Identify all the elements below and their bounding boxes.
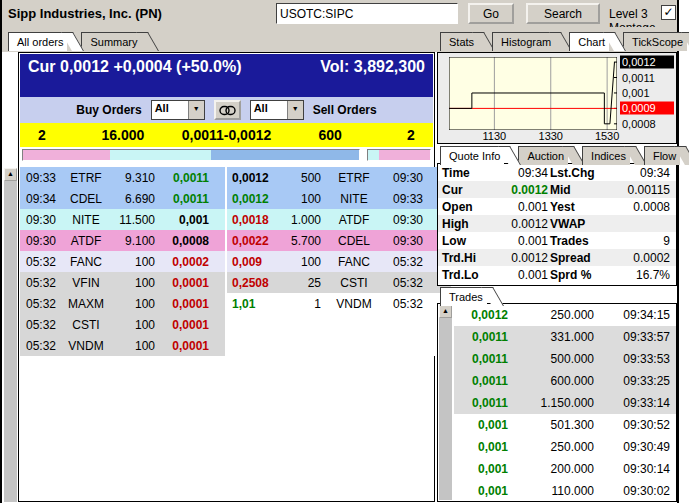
sell-orders-label: Sell Orders xyxy=(313,103,377,117)
tab-chart-label: TickScope xyxy=(632,36,683,48)
bid-price: 0,0001 xyxy=(163,318,225,332)
search-button[interactable]: Search xyxy=(526,3,600,24)
trade-size: 500.000 xyxy=(508,352,594,366)
chevron-down-icon[interactable]: ▼ xyxy=(287,101,303,119)
ask-row[interactable]: 0,0012100NITE09:33 xyxy=(227,188,451,209)
bid-row[interactable]: 09:34CDEL6.6900,0011 xyxy=(20,188,225,209)
ask-row[interactable]: 0,00225.700CDEL09:30 xyxy=(227,230,451,251)
quote-row: Low0.001Trades9 xyxy=(438,232,676,249)
ask-mm: CSTI xyxy=(327,276,381,290)
ask-mm: ETRF xyxy=(327,171,381,185)
trade-row: 0,00111.150.00009:33:14 xyxy=(454,392,676,414)
quote-tabs: Quote InfoAuctionIndicesFlow xyxy=(440,146,689,165)
tab-montage-all-orders[interactable]: All orders xyxy=(8,32,67,51)
ask-size: 25 xyxy=(291,276,327,290)
trade-time: 09:30:14 xyxy=(594,462,670,476)
tab-quote-indices[interactable]: Indices xyxy=(582,146,630,165)
ask-mm: VNDM xyxy=(327,297,381,311)
tab-quote-flow[interactable]: Flow xyxy=(644,146,680,165)
tab-chart-chart[interactable]: Chart xyxy=(569,32,609,51)
quote-label: Cur xyxy=(442,183,490,197)
topbar: Sipp Industries, Inc. (PN) Go Search Lev… xyxy=(2,0,677,27)
quote-value: 0.0002 xyxy=(612,251,672,265)
bid-row[interactable]: 05:32VNDM1000,0001 xyxy=(20,335,225,356)
ask-row[interactable]: 0,009100FANC05:32 xyxy=(227,251,451,272)
quote-value: 0.001 xyxy=(490,200,550,214)
bid-row[interactable]: 05:32VFIN1000,0001 xyxy=(20,272,225,293)
bid-size: 11.500 xyxy=(112,213,163,227)
go-button[interactable]: Go xyxy=(468,3,514,24)
quote-value: 0.0008 xyxy=(612,200,672,214)
tab-row: All ordersSummary StatsHistogramChartTic… xyxy=(2,27,677,52)
bid-row[interactable]: 05:32FANC1000,0002 xyxy=(20,251,225,272)
sell-filter-value: All xyxy=(251,101,287,119)
trade-size: 1.150.000 xyxy=(508,396,594,410)
tab-trades-trades[interactable]: Trades xyxy=(440,287,487,306)
quote-label: Yest xyxy=(550,200,612,214)
bid-size: 9.100 xyxy=(112,234,163,248)
ask-price: 0,2508 xyxy=(227,276,291,290)
bid-mm: CSTI xyxy=(60,318,112,332)
scroll-up-icon[interactable]: ▲ xyxy=(439,305,452,318)
ask-row[interactable]: 1,011VNDM05:32 xyxy=(227,293,451,314)
ask-row[interactable]: 0,0012500ETRF09:30 xyxy=(227,167,451,188)
current-price-text: Cur 0,0012 +0,0004 (+50.0%) xyxy=(28,58,241,97)
chart-y-tick: 0,0011 xyxy=(620,71,674,84)
bid-price: 0,0001 xyxy=(163,339,225,353)
sell-filter-select[interactable]: All▼ xyxy=(250,100,304,120)
chevron-down-icon[interactable]: ▼ xyxy=(188,101,204,119)
link-icon xyxy=(219,105,236,116)
buy-orders-label: Buy Orders xyxy=(76,103,141,117)
quote-value: 16.7% xyxy=(612,268,672,282)
depth-segment xyxy=(368,150,379,160)
ask-mm: FANC xyxy=(327,255,381,269)
montage-scrollbar[interactable]: ▲ xyxy=(4,168,17,502)
bid-row[interactable]: 05:32CSTI1000,0001 xyxy=(20,314,225,335)
trade-price: 0,001 xyxy=(454,462,508,476)
symbol-input[interactable] xyxy=(276,3,458,24)
bid-row[interactable]: 09:30NITE11.5000,001 xyxy=(20,209,225,230)
bid-row[interactable]: 09:33ETRF9.3100,0011 xyxy=(20,167,225,188)
scroll-up-icon[interactable]: ▲ xyxy=(4,168,17,181)
trade-row: 0,0011600.00009:33:25 xyxy=(454,370,676,392)
montage-tabs: All ordersSummary xyxy=(8,32,156,51)
quote-row: Cur0.0012Mid0.00115 xyxy=(438,181,676,198)
price-chart xyxy=(449,57,617,130)
app-window: Sipp Industries, Inc. (PN) Go Search Lev… xyxy=(0,0,679,503)
tab-chart-tickscope[interactable]: TickScope xyxy=(623,32,687,51)
link-orders-button[interactable] xyxy=(214,100,241,120)
ask-price: 0,009 xyxy=(227,255,291,269)
ask-row[interactable]: 0,250825CSTI05:32 xyxy=(227,272,451,293)
ask-price: 0,0012 xyxy=(227,171,291,185)
depth-segment xyxy=(379,150,430,160)
buy-filter-select[interactable]: All▼ xyxy=(151,100,205,120)
bid-mm: MAXM xyxy=(60,297,112,311)
trade-time: 09:33:25 xyxy=(594,374,670,388)
quote-value: 9 xyxy=(612,234,672,248)
company-name: Sipp Industries, Inc. (PN) xyxy=(8,6,162,21)
quote-label: VWAP xyxy=(550,217,612,231)
current-price-header: Cur 0,0012 +0,0004 (+50.0%) Vol: 3,892,3… xyxy=(20,54,433,97)
quote-value: 0.0012 xyxy=(490,183,550,197)
ask-row[interactable] xyxy=(227,335,451,356)
bid-row[interactable]: 05:32MAXM1000,0001 xyxy=(20,293,225,314)
bid-price: 0,0011 xyxy=(163,192,225,206)
tab-montage-summary[interactable]: Summary xyxy=(81,32,141,51)
ask-row[interactable] xyxy=(227,314,451,335)
tab-chart-stats[interactable]: Stats xyxy=(440,32,478,51)
bid-price: 0,0008 xyxy=(163,234,225,248)
quote-row: Time09:34Lst.Chg09:34 xyxy=(438,164,676,181)
tab-quote-quote-info[interactable]: Quote Info xyxy=(440,146,504,165)
bid-row[interactable]: 09:30ATDF9.1000,0008 xyxy=(20,230,225,251)
quote-value: 0.001 xyxy=(490,234,550,248)
level3-montage-checkbox[interactable]: ✓ xyxy=(661,5,676,20)
ask-size: 5.700 xyxy=(291,234,327,248)
ask-row[interactable]: 0,00181.000ATDF09:30 xyxy=(227,209,451,230)
bid-price: 0,0001 xyxy=(163,297,225,311)
tab-chart-histogram[interactable]: Histogram xyxy=(492,32,555,51)
tab-quote-auction[interactable]: Auction xyxy=(518,146,568,165)
trade-size: 331.000 xyxy=(508,330,594,344)
inside-quote-bar: 2 16.000 0,0011-0,0012 600 2 xyxy=(20,123,433,147)
trades-scrollbar[interactable]: ▲ xyxy=(439,305,452,500)
bid-mm: ETRF xyxy=(60,171,112,185)
